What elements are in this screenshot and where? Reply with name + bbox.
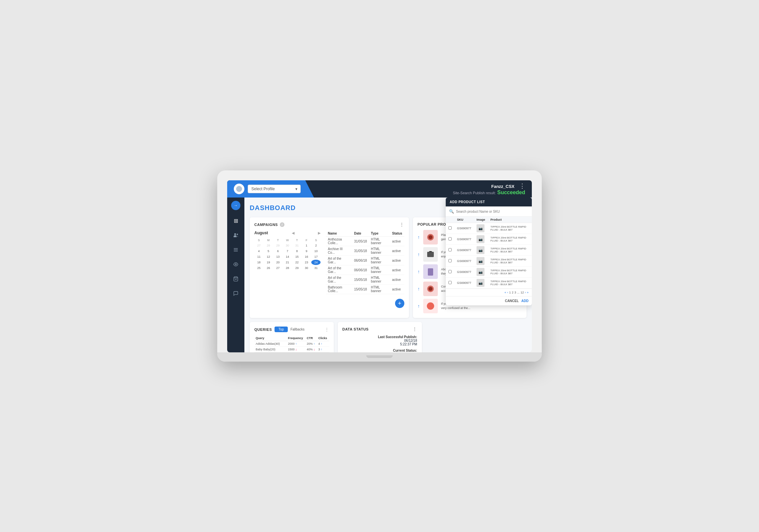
- page-number[interactable]: 2: [512, 291, 513, 294]
- product-checkbox[interactable]: [448, 248, 452, 251]
- cal-day[interactable]: 11: [254, 254, 264, 259]
- data-status-menu-icon[interactable]: ⋮: [412, 327, 417, 332]
- select-profile-wrapper: Select Profile ▼: [248, 185, 301, 193]
- svg-point-5: [235, 264, 236, 265]
- prev-page-icon[interactable]: ‹: [507, 291, 508, 294]
- cal-next-icon[interactable]: ▶: [318, 231, 321, 235]
- cal-day[interactable]: 29: [273, 243, 282, 248]
- product-up-arrow-icon[interactable]: ↑: [418, 252, 420, 257]
- product-up-arrow-icon[interactable]: ↑: [418, 286, 420, 291]
- cal-prev-icon[interactable]: ◀: [292, 231, 294, 235]
- page-number[interactable]: 3: [514, 291, 516, 294]
- cal-day[interactable]: 27: [254, 243, 264, 248]
- cal-day[interactable]: 2: [311, 243, 321, 248]
- add-button[interactable]: ADD: [521, 299, 529, 303]
- page-ellipsis: ...: [517, 291, 520, 294]
- cal-day[interactable]: 16: [302, 254, 311, 259]
- cal-day[interactable]: 31: [292, 243, 302, 248]
- avatar-icon: [236, 186, 242, 192]
- data-status-card: DATA STATUS ⋮ Last Successful Publish: 0…: [338, 322, 422, 352]
- product-up-arrow-icon[interactable]: ↑: [418, 303, 420, 309]
- header-right: Fanzz_CSX ⋮ Site-Search Publish result: …: [453, 182, 525, 196]
- cal-day[interactable]: 5: [264, 248, 273, 254]
- cal-day[interactable]: 31: [311, 265, 321, 271]
- cal-day[interactable]: 9: [302, 248, 311, 254]
- cal-day[interactable]: 14: [283, 254, 292, 259]
- cal-day[interactable]: 30: [302, 265, 311, 271]
- svg-point-13: [429, 287, 432, 291]
- next-page-icon[interactable]: ›: [525, 291, 526, 294]
- product-panel-table: SKU Image Product GS690977 📷: [446, 217, 532, 288]
- product-checkbox[interactable]: [448, 281, 452, 284]
- cal-day[interactable]: 13: [273, 254, 282, 259]
- product-checkbox[interactable]: [448, 270, 452, 273]
- campaigns-menu-icon[interactable]: ⋮: [399, 222, 404, 227]
- sidebar-item-list[interactable]: [230, 244, 242, 256]
- cal-day[interactable]: 27: [273, 265, 282, 271]
- cal-day[interactable]: 23: [302, 260, 311, 265]
- col-product: Product: [488, 217, 532, 223]
- sidebar-item-dashboard[interactable]: ⊞: [230, 215, 242, 227]
- campaigns-info-icon[interactable]: i: [280, 222, 284, 227]
- sidebar: → ⊞: [227, 198, 244, 352]
- sidebar-item-shop[interactable]: [230, 273, 242, 285]
- cal-day[interactable]: 12: [264, 254, 273, 259]
- col-image: Image: [474, 217, 488, 223]
- product-checkbox[interactable]: [448, 259, 452, 262]
- queries-menu-icon[interactable]: ⋮: [325, 327, 329, 332]
- product-thumbnail: 📷: [477, 246, 484, 254]
- cal-day[interactable]: 1: [302, 243, 311, 248]
- search-icon: 🔍: [449, 209, 454, 214]
- search-product-input[interactable]: [456, 210, 529, 213]
- cal-day[interactable]: 26: [264, 265, 273, 271]
- first-page-icon[interactable]: «: [504, 291, 506, 294]
- calendar-header: August ◀ ▶: [254, 231, 321, 235]
- cal-day[interactable]: 4: [254, 248, 264, 254]
- header-menu-icon[interactable]: ⋮: [519, 183, 525, 189]
- sidebar-item-users[interactable]: [230, 229, 242, 241]
- laptop-base: [217, 352, 542, 362]
- page-title: DASHBOARD: [250, 204, 296, 212]
- cal-day[interactable]: 21: [283, 260, 292, 265]
- cal-day[interactable]: 10: [311, 248, 321, 254]
- sidebar-item-messages[interactable]: [230, 288, 242, 299]
- cal-day[interactable]: 30: [283, 243, 292, 248]
- cal-day[interactable]: 20: [273, 260, 282, 265]
- product-up-arrow-icon[interactable]: ↑: [418, 235, 420, 240]
- product-checkbox[interactable]: [448, 237, 452, 241]
- cal-day[interactable]: 15: [292, 254, 302, 259]
- sidebar-item-view[interactable]: [230, 258, 242, 270]
- cal-day[interactable]: 22: [292, 260, 302, 265]
- data-status-inner: Last Successful Publish: 06/12/18 5:22:3…: [342, 335, 417, 352]
- last-page-icon[interactable]: »: [527, 291, 529, 294]
- campaigns-inner: August ◀ ▶ S M T W T: [254, 231, 404, 308]
- tab-fallbacks[interactable]: Fallbacks: [290, 328, 304, 331]
- cal-day[interactable]: 25: [254, 265, 264, 271]
- username-label: Fanzz_CSX: [491, 184, 514, 189]
- page-number[interactable]: 12: [521, 291, 524, 294]
- svg-rect-11: [428, 268, 433, 276]
- sidebar-arrow[interactable]: →: [231, 201, 240, 210]
- cal-day[interactable]: 8: [292, 248, 302, 254]
- product-checkbox[interactable]: [448, 226, 452, 230]
- panel-actions: CANCEL ADD: [446, 296, 532, 305]
- bottom-row: QUERIES Top Fallbacks ⋮ Query: [250, 322, 527, 352]
- product-up-arrow-icon[interactable]: ↑: [418, 269, 420, 274]
- page-number[interactable]: 1: [509, 291, 511, 294]
- cancel-button[interactable]: CANCEL: [505, 299, 519, 303]
- col-date: Date: [352, 231, 369, 237]
- cal-day[interactable]: 28: [283, 265, 292, 271]
- cal-day-today[interactable]: 24: [311, 260, 321, 265]
- select-profile-dropdown[interactable]: Select Profile: [248, 185, 301, 193]
- cal-header-s2: S: [311, 238, 321, 243]
- cal-day[interactable]: 17: [311, 254, 321, 259]
- cal-day[interactable]: 28: [264, 243, 273, 248]
- cal-day[interactable]: 18: [254, 260, 264, 265]
- tab-top[interactable]: Top: [275, 327, 288, 332]
- add-campaign-button[interactable]: +: [395, 299, 404, 308]
- cal-day[interactable]: 6: [273, 248, 282, 254]
- col-name: Name: [326, 231, 352, 237]
- cal-day[interactable]: 7: [283, 248, 292, 254]
- cal-day[interactable]: 19: [264, 260, 273, 265]
- cal-day[interactable]: 29: [292, 265, 302, 271]
